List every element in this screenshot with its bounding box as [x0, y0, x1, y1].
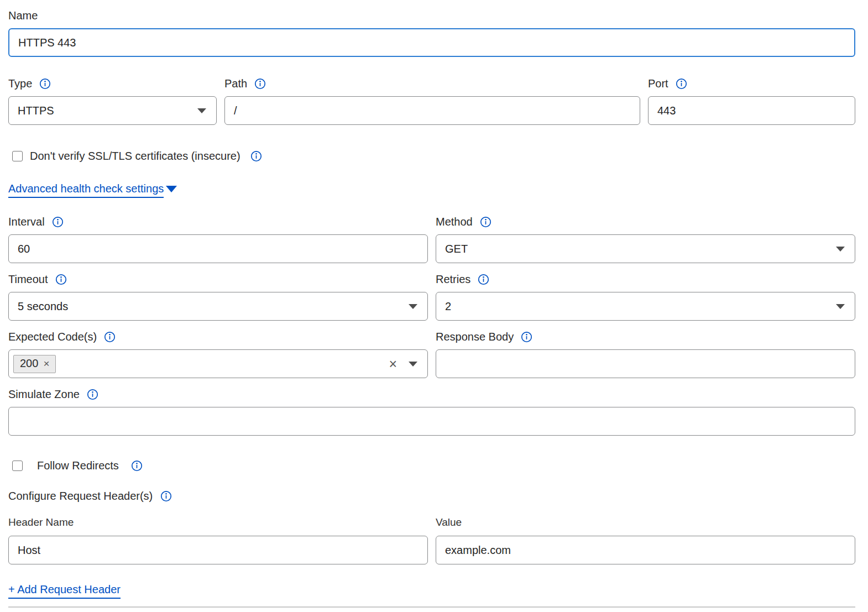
multiselect-controls: ×	[389, 357, 417, 371]
chevron-down-icon[interactable]	[409, 362, 417, 367]
timeout-select-value: 5 seconds	[18, 300, 68, 313]
name-label: Name	[8, 9, 855, 22]
header-value-label: Value	[436, 516, 855, 529]
interval-input[interactable]	[8, 234, 428, 263]
method-label: Method	[436, 215, 855, 228]
header-name-field-group: Header Name	[8, 516, 428, 564]
expected-codes-label: Expected Code(s)	[8, 330, 428, 343]
expected-codes-field-group: Expected Code(s) 200 × ×	[8, 330, 428, 378]
simulate-zone-field-group: Simulate Zone	[8, 388, 855, 436]
codes-body-row: Expected Code(s) 200 × × Response Body	[8, 330, 855, 378]
expected-codes-label-text: Expected Code(s)	[8, 330, 97, 343]
ssl-verify-checkbox-label: Don't verify SSL/TLS certificates (insec…	[30, 150, 240, 163]
method-select[interactable]: GET	[436, 234, 855, 263]
name-field-group: Name	[8, 9, 855, 57]
interval-label: Interval	[8, 215, 428, 228]
info-icon[interactable]	[254, 78, 266, 90]
remove-tag-icon[interactable]: ×	[43, 358, 49, 369]
type-path-port-row: Type HTTPS Path Port	[8, 77, 855, 125]
add-request-header-link-text: + Add Request Header	[8, 583, 121, 599]
path-input[interactable]	[224, 96, 640, 125]
follow-redirects-checkbox[interactable]	[12, 461, 23, 471]
chevron-down-icon	[836, 247, 845, 252]
health-check-form: Name Type HTTPS Path	[0, 0, 868, 612]
retries-select-value: 2	[445, 300, 451, 313]
header-row: Header Name Value	[8, 516, 855, 564]
expected-code-tag: 200 ×	[13, 355, 56, 373]
retries-label-text: Retries	[436, 273, 470, 286]
timeout-label-text: Timeout	[8, 273, 48, 286]
type-label-text: Type	[8, 77, 32, 90]
request-headers-section-text: Configure Request Header(s)	[8, 490, 153, 503]
response-body-label-text: Response Body	[436, 330, 514, 343]
timeout-field-group: Timeout 5 seconds	[8, 273, 428, 321]
info-icon[interactable]	[87, 389, 98, 400]
request-headers-section-label: Configure Request Header(s)	[8, 490, 855, 503]
interval-method-row: Interval Method GET	[8, 215, 855, 263]
ssl-verify-checkbox[interactable]	[12, 151, 23, 161]
info-icon[interactable]	[676, 78, 687, 90]
interval-label-text: Interval	[8, 215, 45, 228]
retries-field-group: Retries 2	[436, 273, 855, 321]
caret-down-icon	[166, 186, 177, 192]
follow-redirects-label: Follow Redirects	[37, 459, 119, 472]
ssl-verify-checkbox-row: Don't verify SSL/TLS certificates (insec…	[8, 150, 855, 163]
path-field-group: Path	[224, 77, 640, 125]
method-field-group: Method GET	[436, 215, 855, 263]
response-body-input[interactable]	[436, 349, 855, 378]
type-select-value: HTTPS	[18, 104, 54, 117]
info-icon[interactable]	[521, 331, 532, 343]
interval-field-group: Interval	[8, 215, 428, 263]
response-body-field-group: Response Body	[436, 330, 855, 378]
info-icon[interactable]	[131, 460, 143, 472]
timeout-select[interactable]: 5 seconds	[8, 292, 428, 321]
path-label-text: Path	[224, 77, 247, 90]
info-icon[interactable]	[39, 78, 51, 90]
port-input[interactable]	[648, 96, 855, 125]
info-icon[interactable]	[478, 274, 489, 285]
header-name-input[interactable]	[8, 536, 428, 564]
follow-redirects-row: Follow Redirects	[8, 459, 855, 472]
timeout-retries-row: Timeout 5 seconds Retries 2	[8, 273, 855, 321]
header-name-label: Header Name	[8, 516, 428, 529]
chevron-down-icon	[836, 304, 845, 309]
port-field-group: Port	[648, 77, 855, 125]
simulate-zone-label-text: Simulate Zone	[8, 388, 80, 401]
chevron-down-icon	[197, 108, 206, 113]
port-label: Port	[648, 77, 855, 90]
response-body-label: Response Body	[436, 330, 855, 343]
header-value-input[interactable]	[436, 536, 855, 564]
add-header-row: + Add Request Header	[8, 583, 855, 599]
info-icon[interactable]	[160, 490, 172, 502]
type-label: Type	[8, 77, 217, 90]
info-icon[interactable]	[55, 274, 67, 285]
clear-all-icon[interactable]: ×	[389, 357, 397, 371]
chevron-down-icon	[409, 304, 417, 309]
info-icon[interactable]	[104, 331, 116, 343]
type-select[interactable]: HTTPS	[8, 96, 217, 125]
info-icon[interactable]	[480, 216, 491, 228]
advanced-settings-row: Advanced health check settings	[8, 182, 855, 198]
expected-code-tag-text: 200	[20, 357, 38, 370]
name-label-text: Name	[8, 9, 38, 22]
port-label-text: Port	[648, 77, 668, 90]
simulate-zone-label: Simulate Zone	[8, 388, 855, 401]
retries-select[interactable]: 2	[436, 292, 855, 321]
advanced-settings-link[interactable]: Advanced health check settings	[8, 182, 177, 198]
expected-codes-multiselect[interactable]: 200 × ×	[8, 349, 428, 378]
add-request-header-link[interactable]: + Add Request Header	[8, 583, 121, 599]
type-field-group: Type HTTPS	[8, 77, 217, 125]
simulate-zone-input[interactable]	[8, 407, 855, 436]
name-input[interactable]	[8, 28, 855, 57]
path-label: Path	[224, 77, 640, 90]
info-icon[interactable]	[250, 150, 262, 162]
section-divider	[8, 606, 855, 608]
method-label-text: Method	[436, 215, 473, 228]
header-value-field-group: Value	[436, 516, 855, 564]
retries-label: Retries	[436, 273, 855, 286]
timeout-label: Timeout	[8, 273, 428, 286]
advanced-settings-link-text: Advanced health check settings	[8, 182, 164, 198]
info-icon[interactable]	[52, 216, 64, 228]
method-select-value: GET	[445, 243, 468, 255]
